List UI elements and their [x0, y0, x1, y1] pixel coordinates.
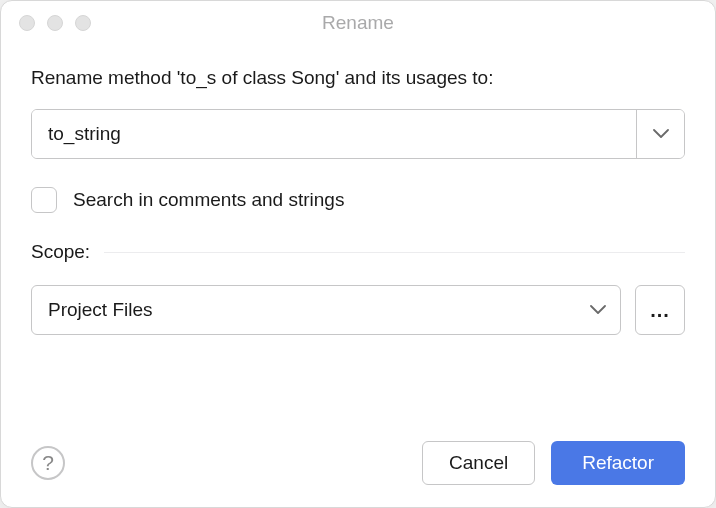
footer-buttons: Cancel Refactor [422, 441, 685, 485]
scope-row: Project Files ... [31, 285, 685, 335]
refactor-button[interactable]: Refactor [551, 441, 685, 485]
traffic-lights [19, 15, 91, 31]
search-comments-checkbox[interactable] [31, 187, 57, 213]
scope-label: Scope: [31, 241, 90, 263]
scope-more-button[interactable]: ... [635, 285, 685, 335]
dialog-footer: ? Cancel Refactor [31, 441, 685, 485]
chevron-down-icon [653, 129, 669, 139]
rename-prompt: Rename method 'to_s of class Song' and i… [31, 67, 685, 89]
name-dropdown-toggle[interactable] [636, 110, 684, 158]
scope-dropdown-value: Project Files [48, 299, 153, 321]
search-comments-label: Search in comments and strings [73, 189, 344, 211]
window-title: Rename [15, 12, 701, 34]
dialog-content: Rename method 'to_s of class Song' and i… [1, 45, 715, 507]
cancel-button[interactable]: Cancel [422, 441, 535, 485]
help-button[interactable]: ? [31, 446, 65, 480]
zoom-icon[interactable] [75, 15, 91, 31]
close-icon[interactable] [19, 15, 35, 31]
name-input[interactable] [32, 110, 636, 158]
scope-header: Scope: [31, 241, 685, 263]
search-comments-row: Search in comments and strings [31, 187, 685, 213]
scope-dropdown[interactable]: Project Files [31, 285, 621, 335]
rename-dialog: Rename Rename method 'to_s of class Song… [0, 0, 716, 508]
chevron-down-icon [590, 305, 606, 315]
titlebar: Rename [1, 1, 715, 45]
minimize-icon[interactable] [47, 15, 63, 31]
name-combobox [31, 109, 685, 159]
scope-divider [104, 252, 685, 253]
